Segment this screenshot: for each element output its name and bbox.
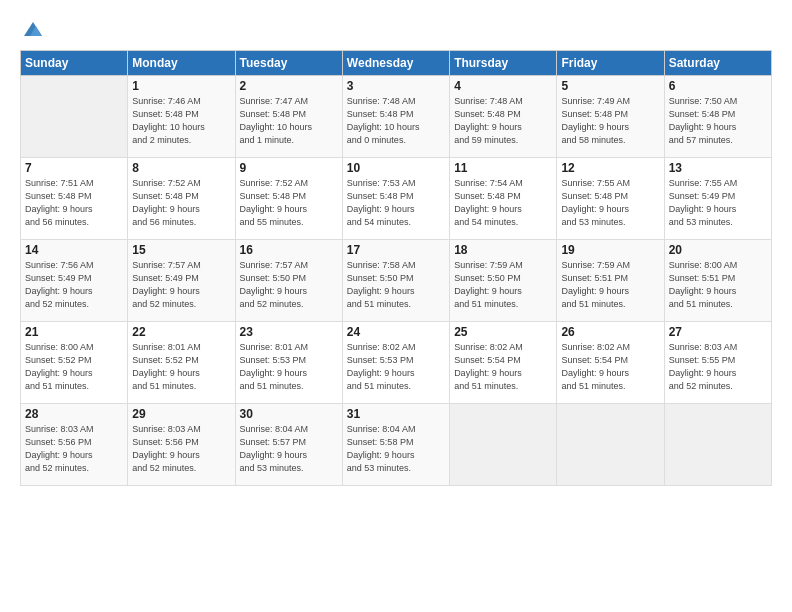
day-info: Sunrise: 8:04 AM Sunset: 5:57 PM Dayligh… xyxy=(240,423,338,475)
day-cell: 16Sunrise: 7:57 AM Sunset: 5:50 PM Dayli… xyxy=(235,240,342,322)
header-row: SundayMondayTuesdayWednesdayThursdayFrid… xyxy=(21,51,772,76)
day-info: Sunrise: 7:51 AM Sunset: 5:48 PM Dayligh… xyxy=(25,177,123,229)
day-number: 3 xyxy=(347,79,445,93)
week-row-5: 28Sunrise: 8:03 AM Sunset: 5:56 PM Dayli… xyxy=(21,404,772,486)
day-info: Sunrise: 7:49 AM Sunset: 5:48 PM Dayligh… xyxy=(561,95,659,147)
day-info: Sunrise: 7:48 AM Sunset: 5:48 PM Dayligh… xyxy=(454,95,552,147)
day-info: Sunrise: 7:56 AM Sunset: 5:49 PM Dayligh… xyxy=(25,259,123,311)
day-info: Sunrise: 7:58 AM Sunset: 5:50 PM Dayligh… xyxy=(347,259,445,311)
day-cell: 31Sunrise: 8:04 AM Sunset: 5:58 PM Dayli… xyxy=(342,404,449,486)
day-cell: 4Sunrise: 7:48 AM Sunset: 5:48 PM Daylig… xyxy=(450,76,557,158)
logo-icon xyxy=(22,18,44,40)
day-cell xyxy=(557,404,664,486)
day-number: 11 xyxy=(454,161,552,175)
day-info: Sunrise: 8:00 AM Sunset: 5:52 PM Dayligh… xyxy=(25,341,123,393)
day-number: 31 xyxy=(347,407,445,421)
day-info: Sunrise: 8:03 AM Sunset: 5:55 PM Dayligh… xyxy=(669,341,767,393)
day-number: 20 xyxy=(669,243,767,257)
day-number: 4 xyxy=(454,79,552,93)
day-cell: 24Sunrise: 8:02 AM Sunset: 5:53 PM Dayli… xyxy=(342,322,449,404)
day-cell: 17Sunrise: 7:58 AM Sunset: 5:50 PM Dayli… xyxy=(342,240,449,322)
day-cell: 13Sunrise: 7:55 AM Sunset: 5:49 PM Dayli… xyxy=(664,158,771,240)
day-cell: 5Sunrise: 7:49 AM Sunset: 5:48 PM Daylig… xyxy=(557,76,664,158)
day-info: Sunrise: 7:52 AM Sunset: 5:48 PM Dayligh… xyxy=(132,177,230,229)
day-cell: 1Sunrise: 7:46 AM Sunset: 5:48 PM Daylig… xyxy=(128,76,235,158)
day-number: 10 xyxy=(347,161,445,175)
day-number: 16 xyxy=(240,243,338,257)
day-number: 28 xyxy=(25,407,123,421)
day-cell xyxy=(664,404,771,486)
day-info: Sunrise: 7:57 AM Sunset: 5:49 PM Dayligh… xyxy=(132,259,230,311)
day-cell: 9Sunrise: 7:52 AM Sunset: 5:48 PM Daylig… xyxy=(235,158,342,240)
day-number: 25 xyxy=(454,325,552,339)
day-cell: 30Sunrise: 8:04 AM Sunset: 5:57 PM Dayli… xyxy=(235,404,342,486)
day-cell: 7Sunrise: 7:51 AM Sunset: 5:48 PM Daylig… xyxy=(21,158,128,240)
day-cell: 6Sunrise: 7:50 AM Sunset: 5:48 PM Daylig… xyxy=(664,76,771,158)
day-info: Sunrise: 7:55 AM Sunset: 5:49 PM Dayligh… xyxy=(669,177,767,229)
week-row-1: 1Sunrise: 7:46 AM Sunset: 5:48 PM Daylig… xyxy=(21,76,772,158)
day-cell: 18Sunrise: 7:59 AM Sunset: 5:50 PM Dayli… xyxy=(450,240,557,322)
day-number: 1 xyxy=(132,79,230,93)
header xyxy=(20,18,772,40)
day-info: Sunrise: 8:04 AM Sunset: 5:58 PM Dayligh… xyxy=(347,423,445,475)
col-header-wednesday: Wednesday xyxy=(342,51,449,76)
day-info: Sunrise: 7:57 AM Sunset: 5:50 PM Dayligh… xyxy=(240,259,338,311)
day-info: Sunrise: 7:52 AM Sunset: 5:48 PM Dayligh… xyxy=(240,177,338,229)
day-info: Sunrise: 7:59 AM Sunset: 5:51 PM Dayligh… xyxy=(561,259,659,311)
day-info: Sunrise: 8:03 AM Sunset: 5:56 PM Dayligh… xyxy=(132,423,230,475)
day-number: 14 xyxy=(25,243,123,257)
day-cell: 14Sunrise: 7:56 AM Sunset: 5:49 PM Dayli… xyxy=(21,240,128,322)
day-number: 23 xyxy=(240,325,338,339)
day-number: 30 xyxy=(240,407,338,421)
day-number: 12 xyxy=(561,161,659,175)
col-header-sunday: Sunday xyxy=(21,51,128,76)
day-info: Sunrise: 8:02 AM Sunset: 5:54 PM Dayligh… xyxy=(561,341,659,393)
col-header-monday: Monday xyxy=(128,51,235,76)
day-cell: 8Sunrise: 7:52 AM Sunset: 5:48 PM Daylig… xyxy=(128,158,235,240)
day-info: Sunrise: 7:48 AM Sunset: 5:48 PM Dayligh… xyxy=(347,95,445,147)
day-number: 21 xyxy=(25,325,123,339)
day-number: 17 xyxy=(347,243,445,257)
day-cell: 10Sunrise: 7:53 AM Sunset: 5:48 PM Dayli… xyxy=(342,158,449,240)
day-number: 13 xyxy=(669,161,767,175)
day-cell: 11Sunrise: 7:54 AM Sunset: 5:48 PM Dayli… xyxy=(450,158,557,240)
col-header-tuesday: Tuesday xyxy=(235,51,342,76)
day-number: 29 xyxy=(132,407,230,421)
col-header-thursday: Thursday xyxy=(450,51,557,76)
day-number: 18 xyxy=(454,243,552,257)
day-cell: 20Sunrise: 8:00 AM Sunset: 5:51 PM Dayli… xyxy=(664,240,771,322)
day-info: Sunrise: 7:54 AM Sunset: 5:48 PM Dayligh… xyxy=(454,177,552,229)
day-info: Sunrise: 7:59 AM Sunset: 5:50 PM Dayligh… xyxy=(454,259,552,311)
col-header-friday: Friday xyxy=(557,51,664,76)
day-cell: 25Sunrise: 8:02 AM Sunset: 5:54 PM Dayli… xyxy=(450,322,557,404)
day-info: Sunrise: 8:01 AM Sunset: 5:52 PM Dayligh… xyxy=(132,341,230,393)
day-cell: 26Sunrise: 8:02 AM Sunset: 5:54 PM Dayli… xyxy=(557,322,664,404)
day-cell: 23Sunrise: 8:01 AM Sunset: 5:53 PM Dayli… xyxy=(235,322,342,404)
day-cell: 21Sunrise: 8:00 AM Sunset: 5:52 PM Dayli… xyxy=(21,322,128,404)
day-info: Sunrise: 8:02 AM Sunset: 5:53 PM Dayligh… xyxy=(347,341,445,393)
day-cell: 19Sunrise: 7:59 AM Sunset: 5:51 PM Dayli… xyxy=(557,240,664,322)
day-info: Sunrise: 8:01 AM Sunset: 5:53 PM Dayligh… xyxy=(240,341,338,393)
day-info: Sunrise: 7:47 AM Sunset: 5:48 PM Dayligh… xyxy=(240,95,338,147)
day-number: 15 xyxy=(132,243,230,257)
day-info: Sunrise: 7:50 AM Sunset: 5:48 PM Dayligh… xyxy=(669,95,767,147)
day-cell: 29Sunrise: 8:03 AM Sunset: 5:56 PM Dayli… xyxy=(128,404,235,486)
day-cell xyxy=(450,404,557,486)
calendar-table: SundayMondayTuesdayWednesdayThursdayFrid… xyxy=(20,50,772,486)
day-info: Sunrise: 7:46 AM Sunset: 5:48 PM Dayligh… xyxy=(132,95,230,147)
calendar-page: SundayMondayTuesdayWednesdayThursdayFrid… xyxy=(0,0,792,612)
day-number: 7 xyxy=(25,161,123,175)
day-number: 9 xyxy=(240,161,338,175)
day-number: 26 xyxy=(561,325,659,339)
day-cell: 12Sunrise: 7:55 AM Sunset: 5:48 PM Dayli… xyxy=(557,158,664,240)
day-info: Sunrise: 8:02 AM Sunset: 5:54 PM Dayligh… xyxy=(454,341,552,393)
week-row-4: 21Sunrise: 8:00 AM Sunset: 5:52 PM Dayli… xyxy=(21,322,772,404)
day-cell xyxy=(21,76,128,158)
day-info: Sunrise: 8:00 AM Sunset: 5:51 PM Dayligh… xyxy=(669,259,767,311)
week-row-2: 7Sunrise: 7:51 AM Sunset: 5:48 PM Daylig… xyxy=(21,158,772,240)
week-row-3: 14Sunrise: 7:56 AM Sunset: 5:49 PM Dayli… xyxy=(21,240,772,322)
day-number: 19 xyxy=(561,243,659,257)
day-number: 27 xyxy=(669,325,767,339)
day-number: 5 xyxy=(561,79,659,93)
day-info: Sunrise: 7:53 AM Sunset: 5:48 PM Dayligh… xyxy=(347,177,445,229)
